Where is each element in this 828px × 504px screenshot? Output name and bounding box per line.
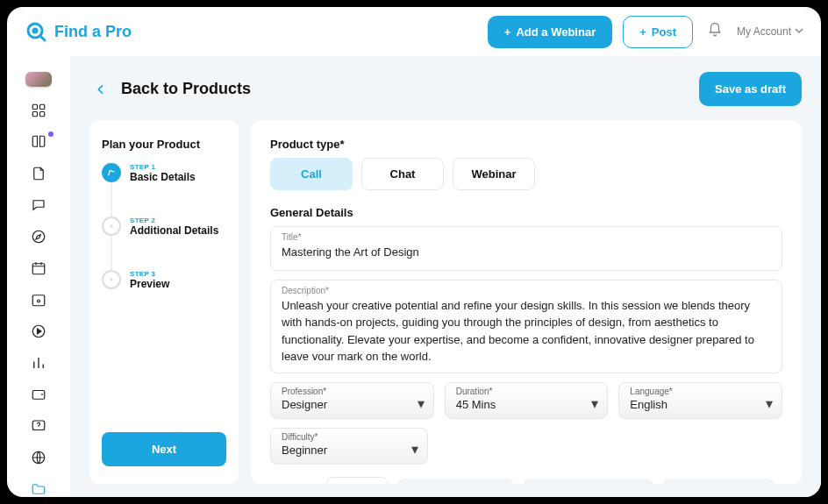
duration-label: Duration* <box>456 387 597 396</box>
form-card: Product type* Call Chat Webinar General … <box>251 120 802 484</box>
description-label: Description* <box>282 286 771 295</box>
globe-icon[interactable] <box>31 450 46 465</box>
plus-icon: + <box>504 25 511 39</box>
language-label: Language* <box>630 387 771 396</box>
svg-rect-2 <box>32 104 37 109</box>
my-account-menu[interactable]: My Account <box>737 25 803 38</box>
step-name: Additional Details <box>130 224 218 237</box>
plan-title: Plan your Product <box>102 138 226 151</box>
step-dot-icon <box>102 270 121 289</box>
step-num: STEP 2 <box>130 217 218 224</box>
next-button[interactable]: Next <box>102 432 226 466</box>
caret-down-icon: ▾ <box>411 441 418 458</box>
chat-icon[interactable] <box>31 197 46 213</box>
add-webinar-button[interactable]: + Add a Webinar <box>488 16 612 48</box>
difficulty-label: Difficulty* <box>282 432 417 442</box>
svg-rect-3 <box>40 104 45 109</box>
wallet-icon[interactable] <box>31 387 46 402</box>
compass-icon[interactable] <box>31 229 46 245</box>
brand-logo[interactable]: Find a Pro <box>25 20 132 43</box>
general-details-label: General Details <box>270 206 782 219</box>
step-dot-active-icon <box>102 163 121 182</box>
product-type-call[interactable]: Call <box>270 158 353 190</box>
step-name: Basic Details <box>130 171 196 183</box>
description-input[interactable] <box>282 297 771 360</box>
step-num: STEP 1 <box>130 163 196 171</box>
caret-down-icon: ▾ <box>418 395 425 412</box>
topic-chip: Logo Designing ✕ <box>397 479 514 485</box>
svg-rect-8 <box>32 295 45 306</box>
post-button[interactable]: + Post <box>623 16 693 48</box>
language-select[interactable]: Language* English ▾ <box>618 382 782 419</box>
duration-value: 45 Mins <box>456 398 597 411</box>
calendar-icon[interactable] <box>31 260 46 276</box>
difficulty-value: Beginner <box>282 444 417 457</box>
profession-value: Designer <box>282 398 423 411</box>
step-num: STEP 3 <box>130 270 169 278</box>
step-additional-details[interactable]: STEP 2 Additional Details <box>102 217 226 270</box>
magnifier-badge-icon <box>25 20 47 43</box>
profession-select[interactable]: Profession* Designer ▾ <box>270 382 434 419</box>
step-basic-details[interactable]: STEP 1 Basic Details <box>102 163 226 217</box>
step-name: Preview <box>130 278 169 290</box>
left-rail <box>7 56 70 497</box>
bell-icon[interactable] <box>703 22 726 41</box>
svg-point-14 <box>110 224 112 227</box>
page-title: Back to Products <box>121 80 251 98</box>
folder-icon[interactable] <box>31 481 46 497</box>
product-type-webinar[interactable]: Webinar <box>453 158 535 190</box>
back-button[interactable] <box>89 78 112 101</box>
title-input[interactable] <box>282 244 771 261</box>
difficulty-select[interactable]: Difficulty* Beginner ▾ <box>270 428 428 465</box>
add-webinar-label: Add a Webinar <box>516 25 596 39</box>
svg-point-6 <box>32 231 45 243</box>
save-draft-button[interactable]: Save as draft <box>699 72 802 106</box>
notification-dot-icon <box>48 131 54 137</box>
svg-rect-4 <box>32 112 37 117</box>
play-icon[interactable] <box>31 323 46 339</box>
event-icon[interactable] <box>31 292 46 308</box>
title-label: Title* <box>282 232 771 242</box>
brand-name: Find a Pro <box>54 23 132 41</box>
dashboard-icon[interactable] <box>31 103 46 118</box>
svg-point-9 <box>38 300 40 302</box>
duration-select[interactable]: Duration* 45 Mins ▾ <box>445 382 609 419</box>
document-icon[interactable] <box>31 166 46 181</box>
post-label: Post <box>652 25 676 39</box>
svg-point-15 <box>110 278 112 280</box>
help-icon[interactable] <box>31 418 46 434</box>
description-field[interactable]: Description* <box>270 280 782 373</box>
caret-down-icon: ▾ <box>766 395 773 412</box>
svg-rect-7 <box>32 264 45 274</box>
product-type-label: Product type* <box>270 138 782 151</box>
book-icon[interactable] <box>31 134 46 150</box>
top-bar: Find a Pro + Add a Webinar + Post My Acc… <box>7 7 821 56</box>
profession-label: Profession* <box>282 387 423 396</box>
topic-chip: Product Designing ✕ <box>523 479 653 485</box>
language-value: English <box>630 398 771 411</box>
plan-card: Plan your Product STEP 1 Basic Details <box>89 120 239 484</box>
step-preview[interactable]: STEP 3 Preview <box>102 270 226 290</box>
analytics-icon[interactable] <box>31 355 46 371</box>
add-topic-button[interactable]: + Add <box>326 477 389 485</box>
svg-rect-5 <box>40 112 45 117</box>
chevron-down-icon <box>795 25 803 38</box>
avatar[interactable] <box>25 72 52 87</box>
topic-chip: Web Designing ✕ <box>662 479 774 485</box>
account-label: My Account <box>737 25 791 38</box>
step-dot-icon <box>102 217 121 236</box>
plus-icon: + <box>639 25 646 39</box>
caret-down-icon: ▾ <box>591 395 598 412</box>
title-field[interactable]: Title* <box>270 226 782 271</box>
product-type-chat[interactable]: Chat <box>361 158 444 190</box>
main-area: Back to Products Save as draft Plan your… <box>70 56 821 497</box>
svg-point-1 <box>32 28 39 34</box>
